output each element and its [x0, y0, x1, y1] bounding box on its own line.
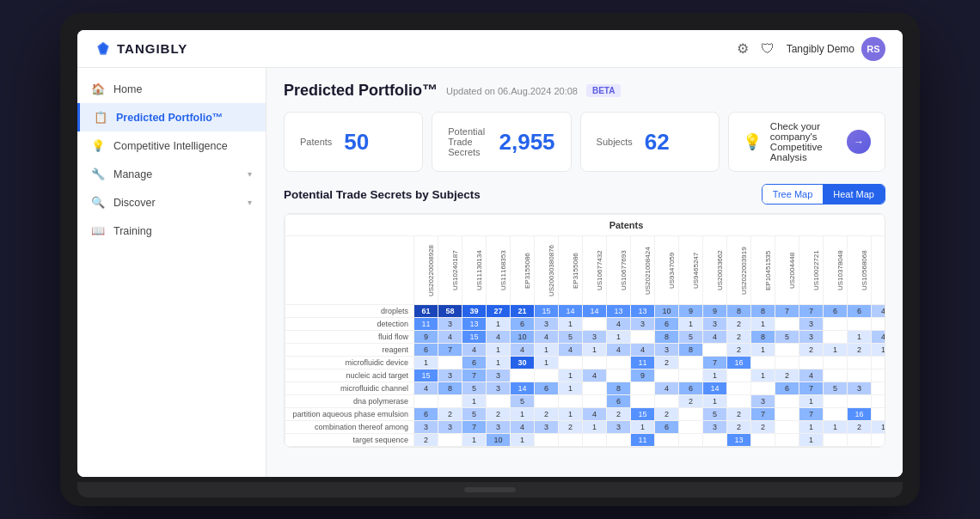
topbar: TANGIBLY ⚙ 🛡 Tangibly Demo RS — [77, 30, 903, 68]
sidebar-item-home[interactable]: 🏠 Home — [77, 75, 266, 103]
beta-badge: BETA — [586, 84, 621, 97]
stats-row: Patents 50 Potential Trade Secrets 2,955… — [284, 112, 885, 172]
sidebar: 🏠 Home 📋 Predicted Portfolio™ 💡 Competit… — [77, 68, 266, 477]
chevron-down-icon: ▾ — [248, 198, 252, 207]
sidebar-item-discover[interactable]: 🔍 Discover ▾ — [77, 188, 266, 217]
manage-icon: 🔧 — [91, 168, 105, 180]
bulb-icon: 💡 — [743, 132, 762, 151]
patents-stat: Patents 50 — [284, 112, 423, 172]
laptop-base — [77, 482, 903, 498]
cta-text: Check your company's Competitive Analysi… — [770, 121, 838, 162]
sidebar-item-label: Manage — [113, 168, 152, 180]
arrow-icon: → — [847, 130, 871, 154]
chevron-down-icon: ▾ — [248, 169, 252, 179]
sidebar-item-label: Discover — [113, 197, 156, 209]
logo: TANGIBLY — [95, 40, 187, 58]
treemap-button[interactable]: Tree Map — [763, 185, 824, 204]
avatar: RS — [861, 37, 885, 61]
page-title: Predicted Portfolio™ — [284, 82, 438, 100]
page-updated: Updated on 06.Aug.2024 20:08 — [446, 86, 578, 96]
training-icon: 📖 — [91, 224, 105, 237]
sidebar-item-predicted-portfolio[interactable]: 📋 Predicted Portfolio™ — [77, 103, 266, 131]
trade-secrets-value: 2,955 — [499, 129, 554, 156]
view-toggle: Tree Map Heat Map — [762, 184, 885, 205]
sidebar-item-training[interactable]: 📖 Training — [77, 217, 266, 245]
section-title: Potential Trade Secrets by Subjects — [284, 188, 481, 201]
user-info: Tangibly Demo RS — [787, 37, 885, 61]
cta-card[interactable]: 💡 Check your company's Competitive Analy… — [728, 112, 885, 172]
patents-value: 50 — [344, 129, 369, 156]
section-header: Potential Trade Secrets by Subjects Tree… — [284, 184, 885, 205]
heatmap-button[interactable]: Heat Map — [823, 185, 885, 204]
trade-secrets-label: Potential Trade Secrets — [448, 126, 487, 157]
subjects-label: Subjects — [597, 137, 633, 147]
sidebar-item-manage[interactable]: 🔧 Manage ▾ — [77, 160, 266, 188]
logo-icon — [95, 40, 112, 58]
subjects-value: 62 — [645, 129, 670, 156]
app-layout: 🏠 Home 📋 Predicted Portfolio™ 💡 Competit… — [77, 68, 903, 477]
page-header: Predicted Portfolio™ Updated on 06.Aug.2… — [284, 82, 885, 100]
sidebar-item-label: Predicted Portfolio™ — [116, 112, 223, 124]
main-content: Predicted Portfolio™ Updated on 06.Aug.2… — [266, 68, 903, 477]
heatmap-container[interactable]: PatentsUS20220008928US10240187US11130134… — [284, 213, 885, 448]
heatmap-table: PatentsUS20220008928US10240187US11130134… — [285, 214, 885, 447]
topbar-right: ⚙ 🛡 Tangibly Demo RS — [737, 37, 885, 61]
user-name: Tangibly Demo — [787, 43, 854, 55]
settings-icon[interactable]: ⚙ — [737, 40, 749, 57]
trade-secrets-stat: Potential Trade Secrets 2,955 — [432, 112, 571, 172]
sidebar-item-label: Competitive Intelligence — [113, 140, 228, 152]
intelligence-icon: 💡 — [91, 139, 105, 152]
sidebar-item-label: Home — [113, 83, 142, 95]
sidebar-item-competitive-intelligence[interactable]: 💡 Competitive Intelligence — [77, 131, 266, 160]
patents-label: Patents — [300, 137, 332, 147]
shield-icon[interactable]: 🛡 — [761, 41, 775, 57]
laptop-notch — [464, 487, 516, 492]
sidebar-item-label: Training — [113, 225, 152, 237]
discover-icon: 🔍 — [91, 196, 105, 209]
portfolio-icon: 📋 — [94, 111, 107, 124]
logo-text: TANGIBLY — [117, 41, 187, 56]
subjects-stat: Subjects 62 — [580, 112, 720, 172]
home-icon: 🏠 — [91, 82, 105, 95]
